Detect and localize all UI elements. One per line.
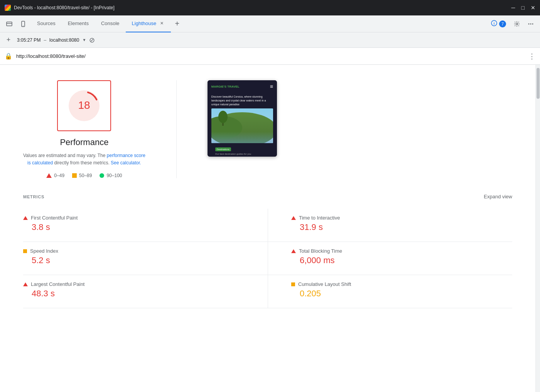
svg-rect-0 <box>7 22 12 26</box>
average-icon <box>72 173 77 178</box>
tab-sources[interactable]: Sources <box>31 15 62 32</box>
preview-logo: MARGIE'S TRAVEL <box>211 85 240 88</box>
tti-icon <box>291 216 296 220</box>
preview-image <box>211 108 273 143</box>
svg-point-8 <box>530 23 532 24</box>
tbt-icon <box>291 249 296 253</box>
score-gauge: 18 <box>66 87 103 124</box>
address-separator: – <box>44 37 46 43</box>
scrollbar-thumb[interactable] <box>537 68 540 99</box>
preview-hamburger-icon: ≡ <box>270 83 273 90</box>
expand-view-button[interactable]: Expand view <box>484 194 512 199</box>
toolbar-right: i 7 <box>488 18 537 30</box>
si-label: Speed Index <box>30 248 58 254</box>
preview-footer: Destinations Our best destination guides… <box>211 143 273 157</box>
time-display: 3:05:27 PM <box>17 37 40 43</box>
score-left: 18 Performance Values are estimated and … <box>23 80 145 178</box>
svg-point-7 <box>528 23 530 24</box>
metric-fcp: First Contentful Paint 3.8 s <box>23 209 268 242</box>
preview-top-bar: MARGIE'S TRAVEL ≡ <box>208 80 277 93</box>
preview-footer-text: Our best destination guides for you <box>215 153 269 155</box>
score-description: Values are estimated and may vary. The p… <box>23 152 145 167</box>
tab-close-icon[interactable]: ✕ <box>159 20 165 27</box>
close-button[interactable]: ✕ <box>531 5 535 11</box>
dropdown-icon[interactable]: ▼ <box>82 38 86 42</box>
content-area: 18 Performance Values are estimated and … <box>0 65 535 392</box>
title-bar: DevTools - localhost:8080/travel-site/ -… <box>0 0 540 15</box>
fcp-icon <box>23 216 28 220</box>
legend-average: 50–89 <box>72 173 92 178</box>
address-bar-row: + 3:05:27 PM – localhost:8080 ▼ ⊘ <box>0 32 540 48</box>
score-value: 18 <box>78 99 90 111</box>
maximize-button[interactable]: □ <box>521 5 525 11</box>
score-section: 18 Performance Values are estimated and … <box>23 80 512 178</box>
cls-icon <box>291 282 295 286</box>
legend-poor: 0–49 <box>46 173 64 178</box>
poor-icon <box>46 173 52 178</box>
fcp-value: 3.8 s <box>23 222 245 232</box>
metric-tbt: Total Blocking Time 6,000 ms <box>268 242 512 275</box>
tab-console[interactable]: Console <box>95 15 126 32</box>
title-bar-controls: ─ □ ✕ <box>511 5 535 11</box>
svg-point-6 <box>516 23 518 25</box>
svg-point-3 <box>23 25 24 26</box>
add-tab-address-button[interactable]: + <box>3 35 14 46</box>
tbt-value: 6,000 ms <box>291 255 512 265</box>
preview-body: Discover beautiful Corsica, where stunni… <box>208 93 277 157</box>
more-tools-button[interactable] <box>525 18 537 30</box>
dock-button[interactable] <box>3 18 15 30</box>
url-display: http://localhost:8080/travel-site/ <box>16 53 525 59</box>
metric-tti: Time to Interactive 31.9 s <box>268 209 512 242</box>
metric-si: Speed Index 5.2 s <box>23 242 268 275</box>
performance-label: Performance <box>60 137 108 147</box>
notification-button[interactable]: i 7 <box>488 18 509 29</box>
si-value: 5.2 s <box>23 255 245 265</box>
tab-elements[interactable]: Elements <box>62 15 95 32</box>
cls-label: Cumulative Layout Shift <box>298 281 351 287</box>
tab-lighthouse[interactable]: Lighthouse ✕ <box>126 15 171 32</box>
add-tab-button[interactable]: + <box>171 18 183 30</box>
svg-text:i: i <box>494 22 495 25</box>
tbt-label: Total Blocking Time <box>299 248 342 254</box>
si-icon <box>23 249 27 253</box>
cancel-icon[interactable]: ⊘ <box>89 36 95 44</box>
devtools-icon <box>5 5 11 11</box>
lcp-icon <box>23 282 28 286</box>
notification-icon: i <box>491 20 498 28</box>
devtools-toolbar: Sources Elements Console Lighthouse ✕ + … <box>0 15 540 32</box>
main-content: 18 Performance Values are estimated and … <box>0 65 540 392</box>
svg-point-16 <box>218 111 228 123</box>
title-bar-text: DevTools - localhost:8080/travel-site/ -… <box>14 5 115 10</box>
host-display: localhost:8080 <box>49 37 79 43</box>
score-gauge-container: 18 <box>57 80 111 131</box>
notification-badge: 7 <box>499 20 506 27</box>
metric-lcp: Largest Contentful Paint 48.3 s <box>23 275 268 308</box>
preview-headline: Discover beautiful Corsica, where stunni… <box>211 95 273 106</box>
svg-point-9 <box>532 23 533 24</box>
good-icon <box>100 173 104 178</box>
tti-value: 31.9 s <box>291 222 512 232</box>
legend-good: 90–100 <box>100 173 122 178</box>
cls-value: 0.205 <box>291 289 512 299</box>
devtools-tabs: Sources Elements Console Lighthouse ✕ + <box>31 15 486 32</box>
settings-button[interactable] <box>511 18 523 30</box>
metric-cls: Cumulative Layout Shift 0.205 <box>268 275 512 308</box>
score-legend: 0–49 50–89 90–100 <box>46 173 122 178</box>
metrics-header: METRICS Expand view <box>23 194 512 199</box>
preview-badge: Destinations <box>215 147 231 151</box>
scrollbar[interactable] <box>535 65 540 392</box>
tti-label: Time to Interactive <box>299 215 340 221</box>
mobile-button[interactable] <box>17 18 29 30</box>
site-preview: MARGIE'S TRAVEL ≡ Discover beautiful Cor… <box>208 80 277 157</box>
metrics-grid: First Contentful Paint 3.8 s Time to Int… <box>23 209 512 308</box>
fcp-label: First Contentful Paint <box>31 215 78 221</box>
calculator-link[interactable]: See calculator. <box>111 160 141 166</box>
lcp-value: 48.3 s <box>23 289 245 299</box>
minimize-button[interactable]: ─ <box>511 5 515 11</box>
metrics-title: METRICS <box>23 194 44 199</box>
metrics-section: METRICS Expand view First Contentful Pai… <box>23 194 512 308</box>
lcp-label: Largest Contentful Paint <box>31 281 84 287</box>
url-bar-row: 🔒 http://localhost:8080/travel-site/ ⋮ <box>0 48 540 65</box>
more-button[interactable]: ⋮ <box>528 52 535 61</box>
security-icon: 🔒 <box>5 52 12 60</box>
